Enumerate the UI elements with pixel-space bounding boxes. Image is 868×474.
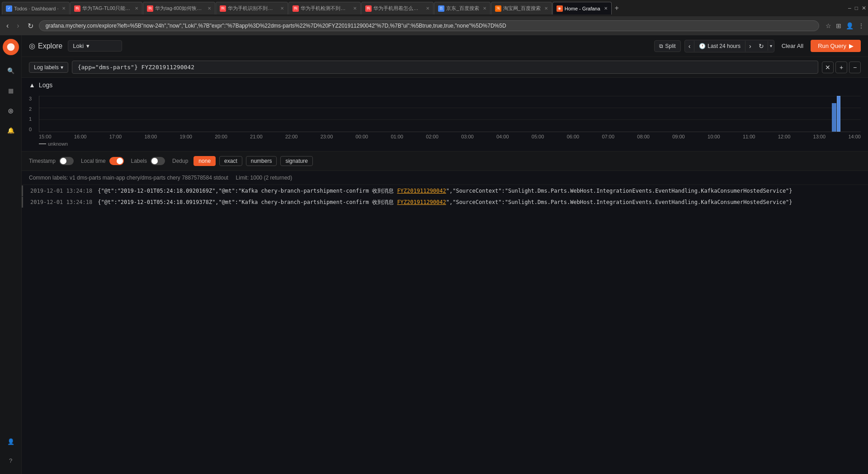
tab-jd[interactable]: 百 京东_百度搜索 ✕	[434, 2, 490, 14]
dedup-none-button[interactable]: none	[193, 156, 216, 166]
reload-button[interactable]: ↻	[25, 21, 36, 31]
star-icon[interactable]: ☆	[826, 22, 831, 29]
sidebar-item-alerts[interactable]: 🔔	[2, 121, 20, 139]
time-display[interactable]: 🕐 Last 24 hours	[694, 41, 745, 52]
url-bar[interactable]	[39, 20, 819, 31]
tab-text: 淘宝网_百度搜索	[503, 5, 541, 12]
log-entry-1[interactable]: 2019-12-01 13:24:18 {"@t":"2019-12-01T05…	[22, 185, 868, 196]
x-label-1000: 10:00	[708, 134, 720, 139]
browser-nav-icons: ☆ ⊞ 👤 ⋮	[826, 22, 864, 29]
legend-line-icon	[39, 143, 46, 144]
query-collapse-button[interactable]: −	[849, 62, 861, 73]
forward-button[interactable]: ›	[14, 21, 22, 31]
time-label: Last 24 hours	[708, 43, 741, 49]
extensions-icon[interactable]: ⊞	[836, 22, 841, 29]
sidebar-item-profile[interactable]: 👤	[2, 432, 20, 450]
time-back-button[interactable]: ‹	[685, 40, 694, 52]
tab-close-icon[interactable]: ✕	[208, 6, 211, 11]
dedup-label: Dedup	[172, 158, 188, 164]
sidebar-item-explore[interactable]: ◎	[2, 101, 20, 119]
refresh-dropdown-button[interactable]: ▾	[768, 41, 774, 51]
x-label-2300: 23:00	[321, 134, 333, 139]
tab-close-icon[interactable]: ✕	[135, 6, 138, 11]
log-labels-label: Log labels	[34, 64, 59, 71]
explore-title: ◎ Explore	[29, 42, 62, 50]
toggle-thumb	[151, 158, 158, 164]
common-labels-values: v1 dms-parts main-app chery/dms-parts ch…	[70, 175, 228, 181]
tab-huawei1[interactable]: 狗 华为TAG-TL00只能不… ✕	[70, 2, 142, 14]
maximize-icon[interactable]: □	[855, 5, 858, 11]
labels-toggle[interactable]	[151, 157, 165, 165]
sidebar-item-dashboards[interactable]: ▦	[2, 81, 20, 100]
x-label-1900: 19:00	[179, 134, 192, 139]
local-time-label: Local time	[81, 158, 106, 164]
tab-close-icon[interactable]: ✕	[426, 6, 429, 11]
query-actions: ✕ + −	[822, 62, 861, 73]
query-add-button[interactable]: +	[835, 62, 847, 73]
log-labels-button[interactable]: Log labels ▾	[29, 62, 68, 73]
log-entry-2[interactable]: 2019-12-01 13:24:18 {"@t":"2019-12-01T05…	[22, 197, 868, 208]
tab-taobao[interactable]: 淘 淘宝网_百度搜索 ✕	[491, 2, 552, 14]
main-content: ◎ Explore Loki ▾ ⧉ Split ‹ 🕐 Last 24 hou…	[22, 35, 868, 474]
menu-icon[interactable]: ⋮	[858, 22, 864, 29]
tab-close-icon[interactable]: ✕	[604, 6, 608, 11]
log-message-2: {"@t":"2019-12-01T05:24:18.0919378Z","@m…	[98, 198, 792, 206]
tab-close-icon[interactable]: ✕	[280, 6, 284, 11]
sidebar-item-search[interactable]: 🔍	[2, 62, 20, 80]
tab-favicon: 狗	[147, 5, 153, 12]
local-time-toggle[interactable]	[109, 157, 124, 165]
logs-panel: ▲ Logs 3 2 1 0	[22, 78, 868, 474]
sidebar-item-help[interactable]: ?	[2, 451, 20, 469]
log-highlight-2[interactable]: FYZ201911290042	[397, 199, 446, 205]
new-tab-button[interactable]: +	[612, 4, 622, 12]
time-forward-button[interactable]: ›	[745, 40, 755, 52]
grafana-logo[interactable]	[3, 39, 19, 55]
log-highlight-1[interactable]: FYZ201911290042	[397, 188, 446, 194]
tab-close-icon[interactable]: ✕	[62, 6, 66, 11]
x-label-1600: 16:00	[74, 134, 87, 139]
common-labels-prefix: Common labels:	[29, 175, 68, 181]
query-bar: Log labels ▾ {app="dms-parts"} FYZ201911…	[22, 57, 868, 78]
close-icon[interactable]: ✕	[862, 5, 866, 11]
timestamp-toggle[interactable]	[59, 157, 74, 165]
dedup-signature-button[interactable]: signature	[280, 156, 312, 166]
query-remove-button[interactable]: ✕	[822, 62, 834, 73]
tab-huawei5[interactable]: 狗 华为手机用着怎么突… ✕	[361, 2, 434, 14]
limit-info: Limit: 1000 (2 returned)	[236, 175, 292, 181]
refresh-button[interactable]: ↻	[755, 40, 768, 52]
datasource-select[interactable]: Loki ▾	[68, 40, 122, 52]
back-button[interactable]: ‹	[4, 21, 11, 31]
labels-label: Labels	[131, 158, 147, 164]
window-controls: – □ ✕	[848, 5, 866, 11]
log-message-suffix-2: ","SourceContext":"Sunlight.Dms.Parts.We…	[446, 199, 793, 205]
x-label-0600: 06:00	[567, 134, 580, 139]
query-input[interactable]: {app="dms-parts"} FYZ201911290042	[72, 61, 818, 74]
run-query-button[interactable]: Run Query ▶	[811, 40, 861, 52]
x-label-2200: 22:00	[285, 134, 298, 139]
x-label-0700: 07:00	[602, 134, 615, 139]
tab-favicon: 百	[438, 5, 444, 12]
dedup-numbers-button[interactable]: numbers	[246, 156, 277, 166]
x-label-0200: 02:00	[426, 134, 439, 139]
tab-close-icon[interactable]: ✕	[483, 6, 486, 11]
split-button[interactable]: ⧉ Split	[654, 40, 680, 52]
panel-title: Logs	[39, 81, 52, 89]
log-timestamp-1: 2019-12-01 13:24:18	[30, 187, 92, 195]
tab-huawei4[interactable]: 狗 华为手机检测不到手机… ✕	[288, 2, 361, 14]
clear-all-button[interactable]: Clear All	[778, 40, 807, 52]
tab-huawei3[interactable]: 狗 华为手机识别不到手机… ✕	[216, 2, 288, 14]
tab-close-icon[interactable]: ✕	[544, 6, 548, 11]
x-label-1300: 13:00	[813, 134, 826, 139]
tab-favicon: ✓	[6, 5, 12, 12]
tab-todos[interactable]: ✓ Todos · Dashboard · ✕	[2, 2, 70, 14]
minimize-icon[interactable]: –	[848, 5, 851, 11]
run-label: Run Query	[818, 43, 846, 49]
tab-close-icon[interactable]: ✕	[353, 6, 357, 11]
x-label-1800: 18:00	[145, 134, 157, 139]
profile-icon[interactable]: 👤	[846, 22, 854, 29]
dedup-exact-button[interactable]: exact	[219, 156, 242, 166]
x-label-2100: 21:00	[250, 134, 263, 139]
panel-header[interactable]: ▲ Logs	[22, 78, 868, 92]
tab-huawei2[interactable]: 狗 华为tag-tl00如何恢复… ✕	[143, 2, 215, 14]
tab-grafana[interactable]: ◉ Home - Grafana ✕	[552, 2, 612, 14]
